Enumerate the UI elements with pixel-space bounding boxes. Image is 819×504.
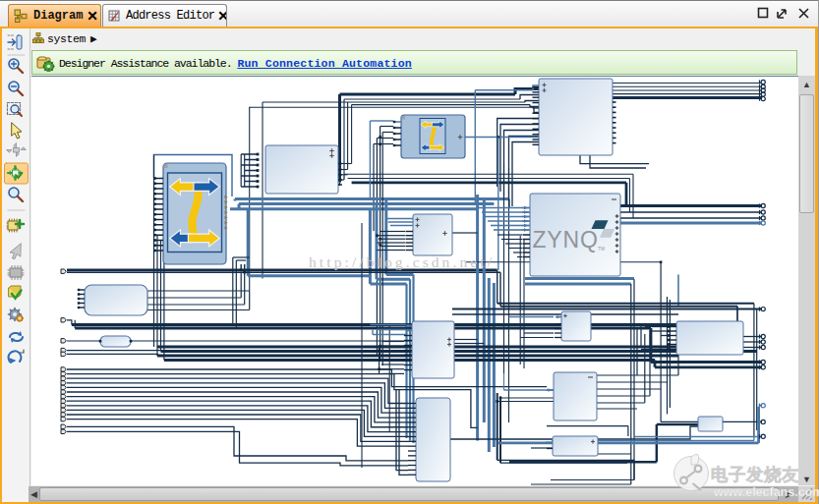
svg-text:TM: TM [598, 246, 605, 252]
svg-text:ZYNQ: ZYNQ [533, 227, 599, 252]
svg-text:http://blog.csdn.net/: http://blog.csdn.net/ [309, 253, 495, 270]
